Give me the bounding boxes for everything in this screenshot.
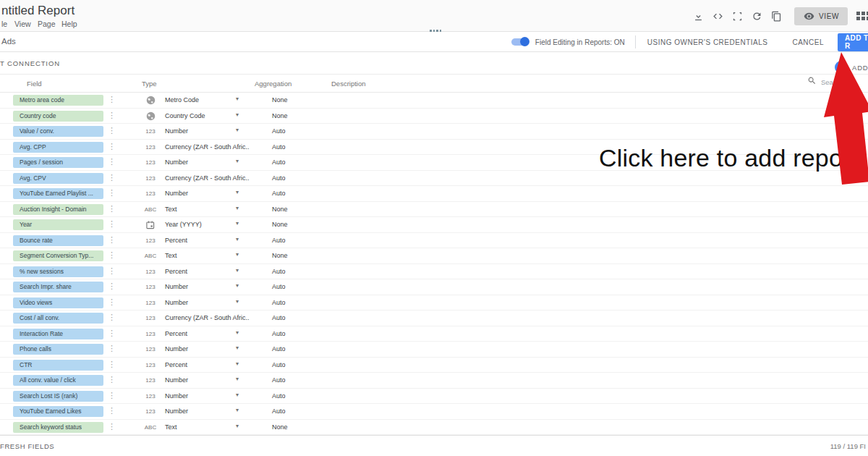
field-options-icon[interactable]: ⋮ xyxy=(108,111,116,120)
aggregation-value[interactable]: Auto xyxy=(272,299,286,306)
field-chip[interactable]: All conv. value / click xyxy=(13,375,103,386)
field-options-icon[interactable]: ⋮ xyxy=(108,329,116,338)
view-button[interactable]: VIEW xyxy=(794,7,848,25)
type-dropdown-icon[interactable]: ▾ xyxy=(236,360,239,367)
field-options-icon[interactable]: ⋮ xyxy=(108,95,116,104)
aggregation-value[interactable]: Auto xyxy=(272,392,286,400)
aggregation-value[interactable]: Auto xyxy=(272,127,286,135)
field-chip[interactable]: Segment Conversion Typ... xyxy=(13,250,103,261)
aggregation-value[interactable]: Auto xyxy=(272,361,286,368)
aggregation-value[interactable]: Auto xyxy=(272,330,286,337)
type-dropdown-icon[interactable]: ▾ xyxy=(236,298,239,305)
type-dropdown-icon[interactable]: ▾ xyxy=(236,205,239,211)
fullscreen-icon[interactable] xyxy=(731,10,743,22)
edit-connection-button[interactable]: T CONNECTION xyxy=(0,59,60,67)
type-value[interactable]: Percent xyxy=(165,330,187,337)
type-value[interactable]: Number xyxy=(165,283,188,290)
type-dropdown-icon[interactable]: ▾ xyxy=(236,111,239,118)
field-chip[interactable]: Phone calls xyxy=(13,344,103,355)
aggregation-value[interactable]: Auto xyxy=(272,408,286,415)
field-chip[interactable]: Year xyxy=(13,219,103,230)
download-icon[interactable] xyxy=(692,10,704,22)
aggregation-value[interactable]: Auto xyxy=(272,376,286,384)
type-value[interactable]: Number xyxy=(165,376,188,384)
aggregation-value[interactable]: None xyxy=(272,221,288,228)
aggregation-value[interactable]: Auto xyxy=(272,237,286,244)
field-chip[interactable]: YouTube Earned Likes xyxy=(13,406,103,417)
field-options-icon[interactable]: ⋮ xyxy=(108,391,116,400)
field-chip[interactable]: Video views xyxy=(13,297,103,308)
type-dropdown-icon[interactable]: ▾ xyxy=(236,96,239,102)
type-dropdown-icon[interactable]: ▾ xyxy=(236,236,239,242)
field-options-icon[interactable]: ⋮ xyxy=(108,173,116,182)
field-chip[interactable]: Avg. CPP xyxy=(13,142,103,153)
report-title[interactable]: ntitled Report xyxy=(1,4,75,18)
type-dropdown-icon[interactable]: ▾ xyxy=(236,220,239,227)
apps-grid-icon[interactable] xyxy=(856,10,868,22)
type-value[interactable]: Number xyxy=(165,159,188,166)
type-value[interactable]: Number xyxy=(165,190,188,197)
field-options-icon[interactable]: ⋮ xyxy=(108,344,116,353)
drag-handle-dots-icon[interactable] xyxy=(430,30,441,32)
aggregation-value[interactable]: Auto xyxy=(272,159,286,166)
type-value[interactable]: Metro Code xyxy=(165,96,199,104)
aggregation-value[interactable]: None xyxy=(272,112,288,119)
type-value[interactable]: Country Code xyxy=(165,112,205,119)
search-input[interactable] xyxy=(821,78,859,86)
field-chip[interactable]: Search Impr. share xyxy=(13,282,103,292)
aggregation-value[interactable]: Auto xyxy=(272,174,286,182)
field-options-icon[interactable]: ⋮ xyxy=(108,250,116,260)
field-options-icon[interactable]: ⋮ xyxy=(108,297,116,307)
add-to-report-button[interactable]: ADD TO R xyxy=(838,33,868,51)
aggregation-value[interactable]: Auto xyxy=(272,143,286,151)
aggregation-value[interactable]: Auto xyxy=(272,268,286,275)
field-options-icon[interactable]: ⋮ xyxy=(108,375,116,384)
aggregation-value[interactable]: Auto xyxy=(272,190,286,197)
type-value[interactable]: Year (YYYY) xyxy=(165,221,202,228)
menu-view[interactable]: View xyxy=(14,20,31,28)
field-chip[interactable]: Bounce rate xyxy=(13,235,103,246)
menu-page[interactable]: Page xyxy=(38,20,56,28)
type-value[interactable]: Currency (ZAR - South Afric.. xyxy=(165,174,250,182)
menu-help[interactable]: Help xyxy=(61,20,77,28)
type-dropdown-icon[interactable]: ▾ xyxy=(236,407,239,413)
aggregation-value[interactable]: None xyxy=(272,252,288,259)
type-value[interactable]: Percent xyxy=(165,361,187,368)
field-options-icon[interactable]: ⋮ xyxy=(108,235,116,245)
field-options-icon[interactable]: ⋮ xyxy=(108,204,116,214)
type-value[interactable]: Percent xyxy=(165,237,187,244)
type-value[interactable]: Text xyxy=(165,206,177,213)
aggregation-value[interactable]: None xyxy=(272,423,288,431)
field-chip[interactable]: Pages / session xyxy=(13,157,103,168)
type-value[interactable]: Number xyxy=(165,127,188,135)
search-field[interactable] xyxy=(807,75,859,88)
field-options-icon[interactable]: ⋮ xyxy=(108,219,116,229)
type-value[interactable]: Currency (ZAR - South Afric.. xyxy=(165,143,250,151)
field-options-icon[interactable]: ⋮ xyxy=(108,142,116,151)
field-chip[interactable]: Interaction Rate xyxy=(13,329,103,339)
type-value[interactable]: Number xyxy=(165,392,188,400)
type-value[interactable]: Currency (ZAR - South Afric.. xyxy=(165,314,250,321)
type-value[interactable]: Percent xyxy=(165,268,187,275)
type-dropdown-icon[interactable]: ▾ xyxy=(236,392,239,398)
field-chip[interactable]: Search keyword status xyxy=(13,422,103,433)
field-options-icon[interactable]: ⋮ xyxy=(108,360,116,369)
refresh-fields-button[interactable]: FRESH FIELDS xyxy=(0,442,54,450)
cancel-button[interactable]: CANCEL xyxy=(792,38,824,46)
field-options-icon[interactable]: ⋮ xyxy=(108,266,116,276)
embed-code-icon[interactable] xyxy=(712,10,723,22)
field-chip[interactable]: YouTube Earned Playlist ... xyxy=(13,188,103,199)
field-chip[interactable]: Avg. CPV xyxy=(13,173,103,184)
field-chip[interactable]: Country code xyxy=(13,111,103,122)
field-options-icon[interactable]: ⋮ xyxy=(108,126,116,135)
type-value[interactable]: Number xyxy=(165,408,188,415)
type-value[interactable]: Number xyxy=(165,299,188,306)
credentials-button[interactable]: USING OWNER'S CREDENTIALS xyxy=(647,38,768,46)
field-chip[interactable]: Metro area code xyxy=(13,95,103,106)
field-options-icon[interactable]: ⋮ xyxy=(108,422,116,431)
aggregation-value[interactable]: None xyxy=(272,96,288,104)
type-value[interactable]: Number xyxy=(165,345,188,352)
type-value[interactable]: Text xyxy=(165,423,177,431)
field-options-icon[interactable]: ⋮ xyxy=(108,188,116,198)
type-dropdown-icon[interactable]: ▾ xyxy=(236,329,239,336)
